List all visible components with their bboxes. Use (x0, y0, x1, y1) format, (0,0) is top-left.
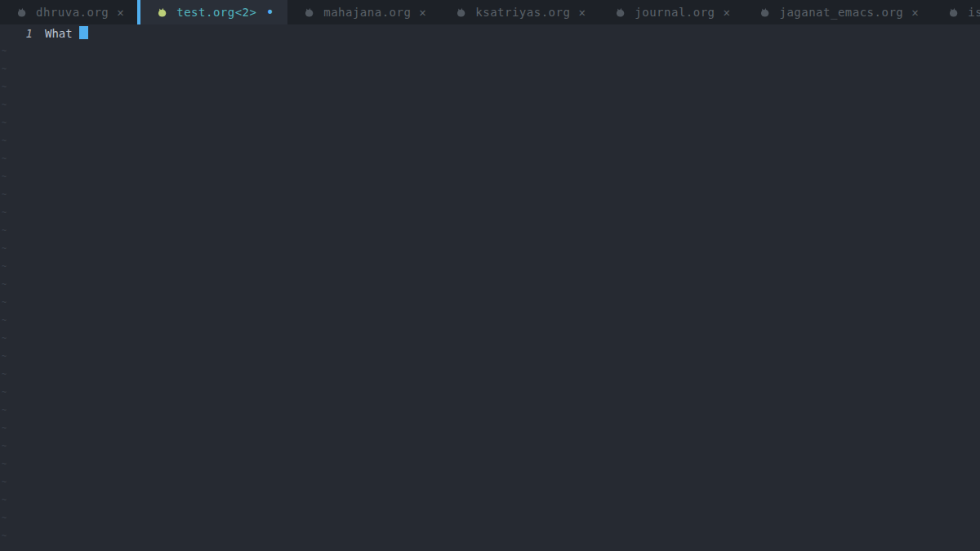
org-unicorn-icon (16, 7, 28, 19)
modified-indicator-dot: • (265, 6, 274, 20)
org-unicorn-icon (303, 7, 315, 19)
text-cursor (79, 26, 88, 39)
empty-line-indicator: ~ (0, 491, 980, 509)
empty-line-indicator: ~ (0, 258, 980, 276)
tab-label: jaganat_emacs.org (779, 6, 903, 19)
buffer-line: 1 What (0, 24, 980, 42)
editor-buffer[interactable]: 1 What ~~~~~~~~~~~~~~~~~~~~~~~~~~~~~ (0, 24, 980, 551)
empty-line-indicator: ~ (0, 545, 980, 551)
tab-label: mahajana.org (323, 6, 411, 19)
empty-line-indicator: ~ (0, 240, 980, 258)
line-text: What (45, 24, 79, 42)
line-number: 1 (0, 24, 33, 42)
tab-journal.org[interactable]: journal.org ✕ (599, 0, 743, 24)
tab-label: dhruva.org (36, 6, 109, 19)
tab-label: ksatriyas.org (475, 6, 570, 19)
empty-line-indicator: ~ (0, 384, 980, 402)
empty-line-indicator: ~ (0, 204, 980, 222)
org-unicorn-icon (759, 7, 771, 19)
tab-test.org-2-[interactable]: test.org<2> • (137, 0, 287, 24)
tab-close-button[interactable]: ✕ (578, 6, 586, 19)
empty-line-indicator: ~ (0, 168, 980, 186)
empty-line-indicator: ~ (0, 402, 980, 420)
tab-dhruva.org[interactable]: dhruva.org ✕ (0, 0, 137, 24)
org-unicorn-icon (947, 7, 960, 19)
empty-line-indicator: ~ (0, 366, 980, 384)
empty-line-indicator: ~ (0, 42, 980, 60)
empty-line-indicator: ~ (0, 150, 980, 168)
org-unicorn-icon (156, 7, 168, 19)
tab-label: isk (968, 6, 980, 19)
empty-line-indicator: ~ (0, 222, 980, 240)
empty-line-indicator: ~ (0, 132, 980, 150)
tab-label: journal.org (635, 6, 715, 19)
empty-line-indicator: ~ (0, 312, 980, 330)
tab-bar: dhruva.org ✕ test.org<2> • mahajana.org … (0, 0, 980, 24)
empty-line-indicator: ~ (0, 78, 980, 96)
empty-line-indicator: ~ (0, 96, 980, 114)
empty-line-indicator: ~ (0, 348, 980, 366)
tab-isk[interactable]: isk (932, 0, 980, 24)
empty-line-indicator: ~ (0, 420, 980, 438)
tab-mahajana.org[interactable]: mahajana.org ✕ (287, 0, 439, 24)
tab-close-button[interactable]: ✕ (724, 6, 731, 19)
empty-line-indicator: ~ (0, 455, 980, 473)
tab-ksatriyas.org[interactable]: ksatriyas.org ✕ (439, 0, 599, 24)
empty-line-indicator: ~ (0, 114, 980, 132)
tab-label: test.org<2> (176, 6, 256, 19)
empty-lines: ~~~~~~~~~~~~~~~~~~~~~~~~~~~~~ (0, 42, 980, 551)
empty-line-indicator: ~ (0, 60, 980, 78)
active-tab-indicator (137, 0, 140, 24)
tab-jaganat-emacs.org[interactable]: jaganat_emacs.org ✕ (743, 0, 932, 24)
org-unicorn-icon (614, 7, 626, 19)
org-unicorn-icon (455, 7, 467, 19)
empty-line-indicator: ~ (0, 473, 980, 491)
empty-line-indicator: ~ (0, 330, 980, 348)
empty-line-indicator: ~ (0, 509, 980, 527)
tab-close-button[interactable]: ✕ (419, 6, 426, 19)
empty-line-indicator: ~ (0, 438, 980, 455)
empty-line-indicator: ~ (0, 294, 980, 312)
tab-close-button[interactable]: ✕ (911, 6, 919, 19)
empty-line-indicator: ~ (0, 527, 980, 545)
tab-close-button[interactable]: ✕ (117, 6, 124, 19)
empty-line-indicator: ~ (0, 186, 980, 204)
empty-line-indicator: ~ (0, 276, 980, 294)
